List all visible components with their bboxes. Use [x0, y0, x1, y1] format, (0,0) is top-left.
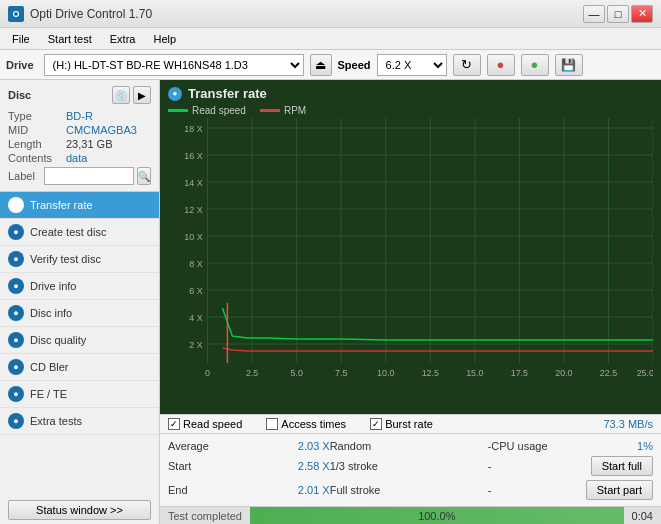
stroke2-label: Full stroke — [330, 484, 381, 496]
nav-item-create-test-disc[interactable]: ● Create test disc — [0, 219, 159, 246]
nav-icon-disc-quality: ● — [8, 332, 24, 348]
disc-icon-1[interactable]: 💿 — [112, 86, 130, 104]
speed-select[interactable]: 6.2 X Max 4.0 X 2.0 X — [377, 54, 447, 76]
data-table: Average 2.03 X Random - CPU usage 1% Sta… — [160, 433, 661, 506]
legend-read-speed-label: Read speed — [192, 105, 246, 116]
end-label: End — [168, 484, 188, 496]
disc-mid-label: MID — [8, 124, 66, 136]
legend-rpm-label: RPM — [284, 105, 306, 116]
nav-section: ● Transfer rate ● Create test disc ● Ver… — [0, 192, 159, 496]
nav-label-drive-info: Drive info — [30, 280, 76, 292]
chart-legend: Read speed RPM — [168, 105, 653, 116]
menu-help[interactable]: Help — [145, 31, 184, 47]
nav-icon-create-test-disc: ● — [8, 224, 24, 240]
end-value: 2.01 X — [290, 484, 330, 496]
app-title: Opti Drive Control 1.70 — [30, 7, 152, 21]
svg-text:8 X: 8 X — [189, 259, 202, 269]
access-times-checkbox[interactable] — [266, 418, 278, 430]
nav-icon-cd-bler: ● — [8, 359, 24, 375]
disc-label-browse[interactable]: 🔍 — [137, 167, 151, 185]
read-speed-checkbox[interactable]: ✓ — [168, 418, 180, 430]
cpu-value: 1% — [613, 440, 653, 452]
svg-rect-0 — [168, 118, 653, 388]
stats-row: ✓ Read speed Access times ✓ Burst rate 7… — [160, 414, 661, 433]
svg-text:2 X: 2 X — [189, 340, 202, 350]
progress-wrap: 100.0% — [250, 507, 624, 524]
nav-item-transfer-rate[interactable]: ● Transfer rate — [0, 192, 159, 219]
svg-text:12.5: 12.5 — [422, 368, 439, 378]
checkbox-read-speed[interactable]: ✓ Read speed — [168, 418, 242, 430]
minimize-button[interactable]: — — [583, 5, 605, 23]
nav-item-disc-info[interactable]: ● Disc info — [0, 300, 159, 327]
stroke2-row: Full stroke - — [330, 478, 492, 502]
drive-action-btn1[interactable]: ● — [487, 54, 515, 76]
disc-label-input[interactable] — [44, 167, 134, 185]
nav-item-drive-info[interactable]: ● Drive info — [0, 273, 159, 300]
nav-item-disc-quality[interactable]: ● Disc quality — [0, 327, 159, 354]
start-full-button[interactable]: Start full — [591, 456, 653, 476]
legend-rpm-color — [260, 109, 280, 112]
average-value: 2.03 X — [290, 440, 330, 452]
eject-button[interactable]: ⏏ — [310, 54, 332, 76]
title-bar: O Opti Drive Control 1.70 — □ ✕ — [0, 0, 661, 28]
nav-label-disc-quality: Disc quality — [30, 334, 86, 346]
start-value: 2.58 X — [290, 460, 330, 472]
cpu-label: CPU usage — [491, 440, 547, 452]
burst-rate-checkbox[interactable]: ✓ — [370, 418, 382, 430]
disc-icon-2[interactable]: ▶ — [133, 86, 151, 104]
drive-bar: Drive (H:) HL-DT-ST BD-RE WH16NS48 1.D3 … — [0, 50, 661, 80]
nav-item-fe-te[interactable]: ● FE / TE — [0, 381, 159, 408]
nav-item-cd-bler[interactable]: ● CD Bler — [0, 354, 159, 381]
disc-label-label: Label — [8, 170, 44, 182]
nav-item-extra-tests[interactable]: ● Extra tests — [0, 408, 159, 435]
save-button[interactable]: 💾 — [555, 54, 583, 76]
svg-text:10 X: 10 X — [184, 232, 202, 242]
app-icon: O — [8, 6, 24, 22]
nav-label-cd-bler: CD Bler — [30, 361, 69, 373]
refresh-button[interactable]: ↻ — [453, 54, 481, 76]
svg-text:5.0: 5.0 — [290, 368, 302, 378]
sidebar: Disc 💿 ▶ Type BD-R MID CMCMAGBA3 Length … — [0, 80, 160, 524]
svg-text:18 X: 18 X — [184, 124, 202, 134]
disc-type-value: BD-R — [66, 110, 93, 122]
nav-icon-disc-info: ● — [8, 305, 24, 321]
svg-text:14 X: 14 X — [184, 178, 202, 188]
nav-label-create-test-disc: Create test disc — [30, 226, 106, 238]
chart-container: ● Transfer rate Read speed RPM — [160, 80, 661, 414]
burst-rate-label: Burst rate — [385, 418, 433, 430]
nav-item-verify-test-disc[interactable]: ● Verify test disc — [0, 246, 159, 273]
stroke1-value: - — [451, 460, 491, 472]
svg-text:10.0: 10.0 — [377, 368, 394, 378]
drive-action-btn2[interactable]: ● — [521, 54, 549, 76]
access-times-label: Access times — [281, 418, 346, 430]
svg-text:17.5: 17.5 — [511, 368, 528, 378]
menu-extra[interactable]: Extra — [102, 31, 144, 47]
checkbox-access-times[interactable]: Access times — [266, 418, 346, 430]
stroke1-row: 1/3 stroke - — [330, 454, 492, 478]
random-label: Random — [330, 440, 372, 452]
nav-icon-fe-te: ● — [8, 386, 24, 402]
menu-start-test[interactable]: Start test — [40, 31, 100, 47]
nav-icon-extra-tests: ● — [8, 413, 24, 429]
random-row: Random - — [330, 438, 492, 454]
disc-type-label: Type — [8, 110, 66, 122]
average-label: Average — [168, 440, 209, 452]
start-part-button[interactable]: Start part — [586, 480, 653, 500]
main-content: Disc 💿 ▶ Type BD-R MID CMCMAGBA3 Length … — [0, 80, 661, 524]
random-value: - — [451, 440, 491, 452]
close-button[interactable]: ✕ — [631, 5, 653, 23]
progress-percent: 100.0% — [418, 510, 455, 522]
nav-label-disc-info: Disc info — [30, 307, 72, 319]
svg-text:20.0: 20.0 — [555, 368, 572, 378]
nav-label-verify-test-disc: Verify test disc — [30, 253, 101, 265]
right-panel: ● Transfer rate Read speed RPM — [160, 80, 661, 524]
speed-label: Speed — [338, 59, 371, 71]
disc-contents-label: Contents — [8, 152, 66, 164]
maximize-button[interactable]: □ — [607, 5, 629, 23]
drive-select[interactable]: (H:) HL-DT-ST BD-RE WH16NS48 1.D3 — [44, 54, 304, 76]
start-label: Start — [168, 460, 191, 472]
status-window-button[interactable]: Status window >> — [8, 500, 151, 520]
disc-panel: Disc 💿 ▶ Type BD-R MID CMCMAGBA3 Length … — [0, 80, 159, 192]
checkbox-burst-rate[interactable]: ✓ Burst rate — [370, 418, 595, 430]
menu-file[interactable]: File — [4, 31, 38, 47]
